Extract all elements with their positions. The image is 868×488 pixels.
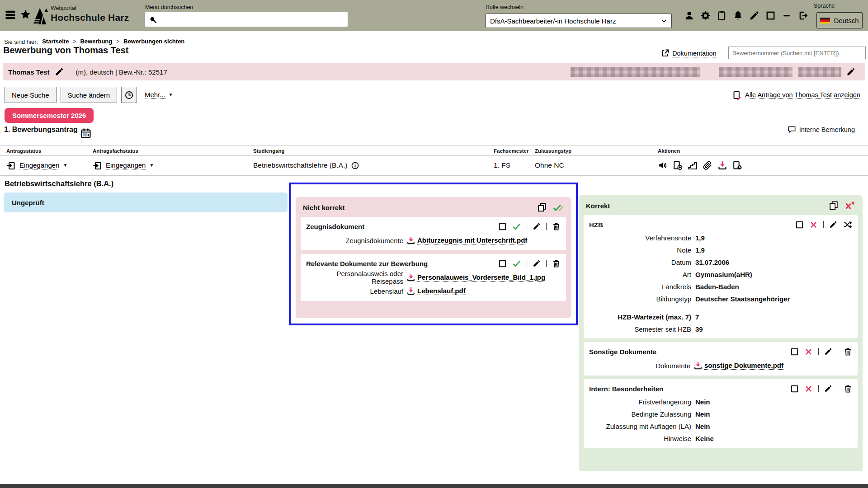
- panel-ungeprueft-title: Ungeprüft: [12, 199, 44, 206]
- role-switch-label: Rolle wechseln: [486, 4, 524, 10]
- trash-icon[interactable]: [844, 347, 852, 356]
- edit-pencil-icon[interactable]: [824, 347, 832, 356]
- copy-icon[interactable]: [537, 202, 547, 212]
- document-edit-icon: [732, 90, 742, 100]
- edit-pencil-icon[interactable]: [533, 222, 541, 230]
- file-link[interactable]: Lebenslauf.pdf: [417, 287, 466, 295]
- field-value: Gymnasium(aHR): [695, 271, 752, 278]
- breadcrumb-bewerbungen-sichten[interactable]: Bewerbungen sichten: [123, 38, 184, 45]
- edit-pencil-icon[interactable]: [829, 221, 837, 229]
- separator: [818, 385, 819, 392]
- gear-icon[interactable]: [700, 10, 711, 21]
- panel-ungeprueft[interactable]: Ungeprüft: [4, 192, 288, 212]
- shuffle-icon[interactable]: [843, 220, 852, 230]
- field-row: HZB-Wartezeit (max. 7)7: [589, 311, 852, 323]
- checkbox-icon[interactable]: [795, 221, 804, 229]
- logout-icon[interactable]: [798, 10, 808, 21]
- hamburger-menu-icon[interactable]: [5, 9, 16, 21]
- download-icon[interactable]: [717, 160, 727, 170]
- field-label: Verfahrensnote: [589, 234, 691, 242]
- document-label: Zeugnisdokumente: [306, 237, 403, 244]
- panel-korrekt-header: Korrekt: [579, 195, 863, 215]
- calendar-icon[interactable]: [80, 128, 91, 139]
- checkbox-icon[interactable]: [790, 347, 799, 356]
- speaker-icon[interactable]: [658, 160, 668, 170]
- card-title: Zeugnisdokument: [306, 223, 364, 230]
- checkbox-icon[interactable]: [498, 259, 507, 268]
- role-select[interactable]: DfsA-Sachbearbeiter/-in Hochschule Harz: [486, 14, 672, 28]
- file-link[interactable]: sonstige Dokumente.pdf: [704, 361, 783, 370]
- bell-icon[interactable]: [733, 10, 743, 21]
- application-table-row: Eingegangen ▼ Eingegangen ▼ Betriebswirt…: [0, 156, 868, 174]
- search-actions: Neue Suche Suche ändern Mehr... ▼: [5, 87, 173, 103]
- copy-icon[interactable]: [829, 201, 839, 211]
- clipboard-icon[interactable]: [717, 10, 727, 21]
- studiengang-value: Betriebswirtschaftslehre (B.A.): [253, 161, 347, 169]
- trash-icon[interactable]: [552, 259, 561, 268]
- reject-x-icon[interactable]: [804, 347, 813, 356]
- chevron-down-icon[interactable]: ▼: [149, 163, 154, 168]
- trash-icon[interactable]: [844, 385, 852, 393]
- minus-icon[interactable]: [782, 10, 792, 21]
- edit-pencil-icon[interactable]: [824, 385, 832, 393]
- accept-check-icon[interactable]: [512, 222, 521, 231]
- download-icon[interactable]: [406, 236, 415, 245]
- internal-note-link[interactable]: Interne Bemerkung: [788, 125, 855, 134]
- document-add-icon[interactable]: [673, 160, 683, 170]
- square-icon[interactable]: [765, 10, 776, 21]
- field-value: Keine: [695, 435, 714, 442]
- favorites-star-icon[interactable]: [20, 9, 31, 20]
- language-value: Deutsch: [834, 17, 859, 24]
- field-row: Bedingte ZulassungNein: [589, 408, 852, 420]
- download-icon[interactable]: [406, 273, 415, 282]
- info-icon[interactable]: [351, 161, 359, 170]
- field-row: LandkreisBaden-Baden: [589, 281, 852, 293]
- show-all-applications-link[interactable]: Alle Anträge von Thomas Test anzeigen: [732, 90, 860, 100]
- card-zeugnisdokument: Zeugnisdokument Zeugnisdokumente Abiturz…: [301, 217, 566, 250]
- field-value: 1,9: [695, 246, 705, 254]
- download-icon[interactable]: [406, 286, 415, 296]
- field-label: Art: [589, 271, 691, 278]
- reject-x-icon[interactable]: [804, 385, 813, 393]
- edit-pencil-icon[interactable]: [533, 259, 541, 267]
- breadcrumb-bewerbung[interactable]: Bewerbung: [80, 38, 112, 45]
- trash-icon[interactable]: [552, 222, 561, 231]
- antragsstatus-dropdown[interactable]: Eingegangen: [19, 161, 59, 169]
- antragsfachstatus-dropdown[interactable]: Eingegangen: [106, 161, 146, 169]
- document-clock-icon[interactable]: [732, 160, 742, 170]
- accept-all-double-check-icon[interactable]: [553, 202, 564, 213]
- user-icon[interactable]: [684, 10, 694, 21]
- accept-check-icon[interactable]: [512, 259, 521, 268]
- chevron-separator-icon: >: [73, 38, 76, 45]
- separator: [527, 260, 527, 267]
- history-button[interactable]: [121, 87, 137, 103]
- webportal-page: Webportal Hochschule Harz Menü durchsuch…: [0, 0, 868, 488]
- change-search-button[interactable]: Suche ändern: [61, 87, 117, 103]
- card-title: HZB: [589, 221, 603, 229]
- documentation-link[interactable]: Dokumentation: [660, 49, 717, 58]
- more-menu-button[interactable]: Mehr... ▼: [145, 87, 173, 103]
- checkbox-icon[interactable]: [498, 222, 507, 231]
- breadcrumb-startseite[interactable]: Startseite: [42, 38, 69, 45]
- topbar: Webportal Hochschule Harz Menü durchsuch…: [0, 0, 868, 31]
- checkbox-icon[interactable]: [790, 385, 799, 393]
- menu-search-input[interactable]: [160, 12, 348, 27]
- language-button[interactable]: Deutsch: [816, 12, 863, 28]
- download-icon[interactable]: [693, 361, 703, 370]
- role-select-wrap: DfsA-Sachbearbeiter/-in Hochschule Harz: [486, 14, 672, 28]
- edit-contact-icon[interactable]: [846, 67, 855, 76]
- steps-icon[interactable]: [688, 160, 698, 170]
- paperclip-icon[interactable]: [703, 160, 712, 170]
- card-hzb: HZB Verfahrensnote1,9 Note1,9 Datum31.07…: [584, 215, 858, 338]
- new-search-button[interactable]: Neue Suche: [5, 87, 57, 103]
- reject-all-x-icon[interactable]: [844, 200, 855, 211]
- reject-x-icon[interactable]: [809, 221, 818, 229]
- file-link[interactable]: Personalauweis_Vorderseite_Bild_1.jpg: [417, 273, 545, 282]
- panel-nicht-korrekt: Nicht korrekt Zeugnisdokument: [296, 197, 571, 318]
- applicant-number-input[interactable]: [728, 47, 866, 59]
- file-link[interactable]: Abiturzeugnis mit Unterschrift.pdf: [417, 236, 527, 244]
- pencil-icon[interactable]: [749, 10, 760, 21]
- edit-applicant-icon[interactable]: [55, 67, 64, 76]
- chevron-down-icon[interactable]: ▼: [63, 163, 67, 168]
- field-value: Baden-Baden: [695, 283, 739, 291]
